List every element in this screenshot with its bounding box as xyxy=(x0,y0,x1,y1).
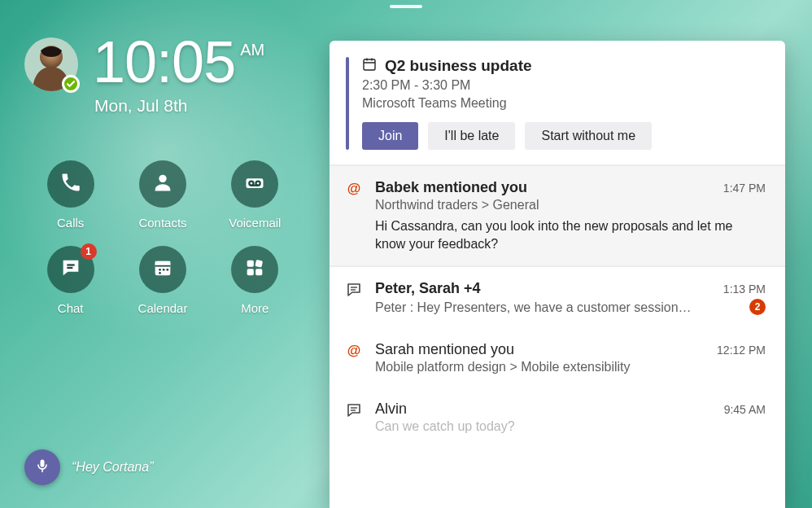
drag-handle[interactable] xyxy=(390,5,422,8)
mention-icon: @ xyxy=(346,341,364,374)
feed-time: 9:45 AM xyxy=(724,403,766,416)
clock-date: Mon, Jul 8th xyxy=(94,96,264,116)
cortana-row: “Hey Cortana” xyxy=(24,449,153,485)
presence-available-icon xyxy=(62,75,80,93)
app-more[interactable]: More xyxy=(231,246,278,315)
join-button[interactable]: Join xyxy=(362,122,418,150)
app-voicemail[interactable]: Voicemail xyxy=(229,160,281,230)
late-button[interactable]: I'll be late xyxy=(428,122,515,150)
svg-point-13 xyxy=(163,269,165,271)
app-calendar[interactable]: Calendar xyxy=(138,246,188,315)
phone-icon xyxy=(59,171,82,197)
app-grid: Calls Contacts Voicemail 1 Chat xyxy=(24,160,301,315)
svg-rect-17 xyxy=(255,260,264,268)
feed-time: 1:13 PM xyxy=(723,282,766,296)
svg-rect-10 xyxy=(155,261,171,265)
app-chat[interactable]: 1 Chat xyxy=(47,246,94,315)
chat-outline-icon xyxy=(346,280,364,315)
voicemail-icon xyxy=(243,171,266,197)
app-label: Contacts xyxy=(138,216,186,230)
svg-rect-21 xyxy=(364,59,375,70)
app-contacts[interactable]: Contacts xyxy=(138,160,186,230)
calendar-icon xyxy=(151,256,174,282)
meeting-location: Microsoft Teams Meeting xyxy=(362,96,766,111)
svg-point-2 xyxy=(159,175,166,182)
user-avatar[interactable] xyxy=(24,37,78,91)
calendar-event-icon xyxy=(362,57,377,75)
feed-preview: Peter : Hey Presenters, we have a custom… xyxy=(375,300,692,315)
meeting-time: 2:30 PM - 3:30 PM xyxy=(362,78,766,93)
feed-subtitle: Northwind traders > General xyxy=(375,198,766,212)
feed-item-chat[interactable]: Peter, Sarah +4 1:13 PM Peter : Hey Pres… xyxy=(330,267,785,328)
app-calls[interactable]: Calls xyxy=(47,160,94,230)
chat-icon xyxy=(59,256,82,282)
meeting-accent-bar xyxy=(346,57,349,150)
person-icon xyxy=(151,171,174,197)
start-without-me-button[interactable]: Start without me xyxy=(525,122,652,150)
home-panel: 10:05 AM Mon, Jul 8th Calls Contacts Voi xyxy=(0,0,330,508)
feed-title: Alvin xyxy=(375,401,407,418)
svg-point-12 xyxy=(159,269,161,271)
feed-message: Hi Cassandra, can you look into the new … xyxy=(375,217,766,252)
apps-icon xyxy=(243,256,266,282)
svg-text:@: @ xyxy=(347,181,361,196)
feed-item-chat[interactable]: Alvin 9:45 AM Can we catch up today? xyxy=(330,388,785,447)
activity-card: Q2 business update 2:30 PM - 3:30 PM Mic… xyxy=(330,41,785,508)
feed-item-mention[interactable]: @ Babek mentioned you 1:47 PM Northwind … xyxy=(330,166,785,267)
cortana-mic-button[interactable] xyxy=(24,449,60,485)
feed-title: Peter, Sarah +4 xyxy=(375,280,481,297)
svg-rect-16 xyxy=(247,261,254,267)
app-label: Calls xyxy=(57,216,84,230)
meeting-up-next[interactable]: Q2 business update 2:30 PM - 3:30 PM Mic… xyxy=(330,41,785,166)
clock-time: 10:05 xyxy=(93,33,235,91)
svg-point-14 xyxy=(166,269,168,271)
svg-point-15 xyxy=(159,272,161,274)
chat-outline-icon xyxy=(346,401,364,434)
app-label: More xyxy=(241,301,268,315)
clock-ampm: AM xyxy=(240,41,264,59)
feed-title: Babek mentioned you xyxy=(375,179,527,196)
chat-badge: 1 xyxy=(81,243,97,260)
feed-subtitle: Mobile platform design > Mobile extensib… xyxy=(375,360,766,374)
feed-time: 1:47 PM xyxy=(723,182,766,195)
svg-rect-18 xyxy=(247,269,254,275)
feed-preview: Can we catch up today? xyxy=(375,419,766,434)
feed-time: 12:12 PM xyxy=(717,344,766,357)
app-label: Chat xyxy=(58,301,84,315)
feed-title: Sarah mentioned you xyxy=(375,341,514,358)
mention-icon: @ xyxy=(346,179,364,252)
cortana-hint: “Hey Cortana” xyxy=(72,460,153,475)
app-label: Voicemail xyxy=(229,216,281,230)
microphone-icon xyxy=(34,458,50,477)
app-label: Calendar xyxy=(138,301,188,315)
unread-badge: 2 xyxy=(749,299,766,315)
svg-rect-19 xyxy=(255,269,262,275)
meeting-title: Q2 business update xyxy=(385,57,532,75)
svg-text:@: @ xyxy=(347,343,361,358)
feed-item-mention[interactable]: @ Sarah mentioned you 12:12 PM Mobile pl… xyxy=(330,328,785,388)
